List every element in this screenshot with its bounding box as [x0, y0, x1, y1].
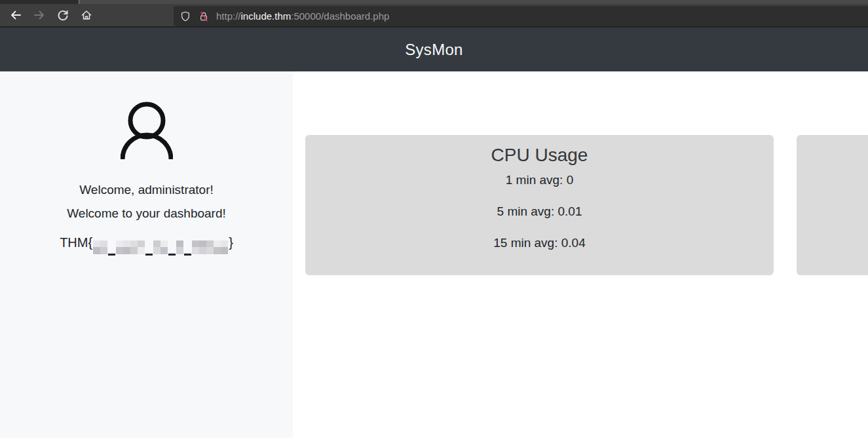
- reload-icon: [56, 9, 69, 22]
- insecure-lock-icon[interactable]: [198, 10, 210, 22]
- forward-button[interactable]: [29, 5, 50, 25]
- page-title: SysMon: [405, 41, 463, 59]
- flag-prefix: THM{: [60, 235, 92, 250]
- cpu-stat-5min: 5 min avg: 0.01: [305, 204, 774, 219]
- url-scheme: http://: [216, 10, 241, 22]
- cards-row: CPU Usage 1 min avg: 0 5 min avg: 0.01 1…: [305, 135, 868, 275]
- flag-line: THM{}: [60, 235, 233, 254]
- welcome-user-text: Welcome, administrator!: [79, 183, 214, 197]
- browser-toolbar: http://include.thm:50000/dashboard.php: [0, 4, 868, 28]
- cpu-card-title: CPU Usage: [305, 144, 774, 166]
- home-button[interactable]: [76, 5, 97, 25]
- cpu-stat-15min: 15 min avg: 0.04: [305, 236, 774, 250]
- forward-icon: [33, 9, 46, 22]
- url-text: http://include.thm:50000/dashboard.php: [216, 10, 389, 22]
- cpu-usage-card: CPU Usage 1 min avg: 0 5 min avg: 0.01 1…: [305, 135, 774, 275]
- cpu-stat-1min: 1 min avg: 0: [305, 173, 774, 187]
- welcome-dashboard-text: Welcome to your dashboard!: [67, 206, 226, 221]
- url-host: include.thm: [241, 10, 292, 22]
- main-area: CPU Usage 1 min avg: 0 5 min avg: 0.01 1…: [293, 71, 868, 438]
- page-header: SysMon: [0, 28, 868, 71]
- url-bar[interactable]: http://include.thm:50000/dashboard.php: [174, 6, 868, 26]
- reload-button[interactable]: [52, 5, 73, 25]
- sidebar: Welcome, administrator! Welcome to your …: [0, 71, 293, 438]
- content: Welcome, administrator! Welcome to your …: [0, 71, 868, 438]
- flag-redacted: [93, 240, 228, 254]
- shield-icon[interactable]: [179, 10, 191, 22]
- back-icon: [9, 9, 22, 22]
- flag-suffix: }: [229, 235, 233, 250]
- back-button[interactable]: [5, 5, 26, 25]
- url-path: :50000/dashboard.php: [291, 10, 389, 22]
- user-icon: [121, 99, 173, 159]
- home-icon: [80, 9, 93, 22]
- partial-card: [797, 135, 868, 275]
